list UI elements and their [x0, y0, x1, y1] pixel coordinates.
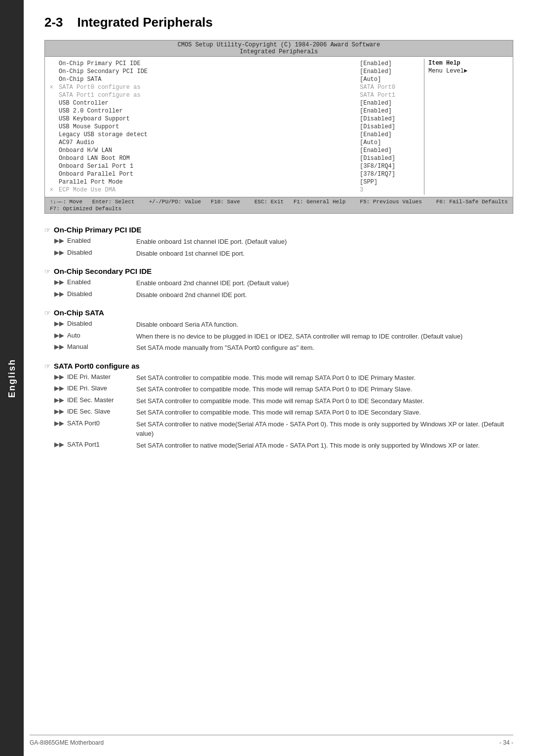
bios-row[interactable]: Onboard H/W LAN[Enabled] — [50, 147, 419, 154]
chapter-title: Integrated Peripherals — [77, 15, 213, 30]
section-header: ☞SATA Port0 configure as — [44, 362, 513, 370]
bios-row-x: x — [50, 84, 58, 91]
bios-header-line1: CMOS Setup Utility-Copyright (C) 1984-20… — [45, 41, 513, 48]
list-item: ▶▶DisabledDisable onboard 2nd channel ID… — [54, 290, 513, 300]
list-item: ▶▶IDE Pri. SlaveSet SATA controller to c… — [54, 384, 513, 394]
bios-row[interactable]: Onboard Parallel Port[378/IRQ7] — [50, 170, 419, 178]
bios-row[interactable]: USB Keyboard Support[Disabled] — [50, 115, 419, 123]
bullet-icon: ▶▶ — [54, 408, 64, 417]
bios-row-x — [50, 139, 58, 146]
bios-row[interactable]: SATA Port1 configure asSATA Port1 — [50, 91, 419, 99]
section-header: ☞On-Chip Primary PCI IDE — [44, 226, 513, 234]
item-desc: Disable onboard Seria ATA function. — [136, 320, 513, 330]
item-desc: Set SATA controller to compatible mode. … — [136, 384, 513, 394]
bullet-icon: ▶▶ — [54, 237, 64, 247]
bullet-icon: ▶▶ — [54, 396, 64, 406]
item-desc: Disable onboard 1st channel IDE port. — [136, 249, 513, 259]
bios-row[interactable]: On-Chip SATA[Auto] — [50, 76, 419, 83]
bullet-icon: ▶▶ — [54, 384, 64, 394]
bios-row-value: [Enabled] — [360, 131, 419, 138]
bios-row-label: Onboard H/W LAN — [58, 147, 360, 154]
bios-row-x — [50, 115, 58, 122]
bios-row[interactable]: USB Mouse Support[Disabled] — [50, 123, 419, 131]
section-header: ☞On-Chip Secondary PCI IDE — [44, 267, 513, 275]
bios-row-value: [Auto] — [360, 76, 419, 83]
bios-row-value: [Enabled] — [360, 60, 419, 67]
sub-items: ▶▶DisabledDisable onboard Seria ATA func… — [54, 320, 513, 353]
section-arrow-icon: ☞ — [44, 362, 51, 370]
bios-row[interactable]: USB Controller[Enabled] — [50, 99, 419, 107]
bios-row-label: Parallel Port Mode — [58, 179, 360, 186]
sub-items: ▶▶IDE Pri. MasterSet SATA controller to … — [54, 373, 513, 451]
list-item: ▶▶DisabledDisable onboard 1st channel ID… — [54, 249, 513, 259]
bios-row-x — [50, 92, 58, 99]
page-footer: GA-8I865GME Motherboard - 34 - — [30, 735, 513, 746]
footer-right: - 34 - — [499, 739, 513, 746]
bios-item-help: Item Help Menu Level► — [424, 59, 513, 195]
bullet-icon: ▶▶ — [54, 373, 64, 383]
bullet-icon: ▶▶ — [54, 290, 64, 300]
sub-items: ▶▶EnabledEnable onboard 2nd channel IDE … — [54, 278, 513, 300]
list-item: ▶▶IDE Sec. MasterSet SATA controller to … — [54, 396, 513, 406]
bios-row-label: SATA Port1 configure as — [58, 92, 360, 99]
bios-row-value: [Disabled] — [360, 123, 419, 130]
page-title: 2-3 Integrated Peripherals — [44, 15, 513, 30]
bios-row-label: ECP Mode Use DMA — [58, 187, 360, 193]
bios-row-value: [Disabled] — [360, 115, 419, 122]
main-content: 2-3 Integrated Peripherals CMOS Setup Ut… — [30, 0, 533, 467]
item-label: SATA Port1 — [67, 441, 136, 451]
list-item: ▶▶IDE Pri. MasterSet SATA controller to … — [54, 373, 513, 383]
bios-row[interactable]: Parallel Port Mode[SPP] — [50, 178, 419, 186]
bios-row-x — [50, 155, 58, 162]
section-header: ☞On-Chip SATA — [44, 308, 513, 317]
bios-row[interactable]: USB 2.0 Controller[Enabled] — [50, 107, 419, 115]
footer-f7: F7: Optimized Defaults — [50, 206, 121, 212]
list-item: ▶▶EnabledEnable onboard 1st channel IDE … — [54, 237, 513, 247]
bullet-icon: ▶▶ — [54, 343, 64, 353]
item-desc: Set SATA mode manually from "SATA Port0 … — [136, 343, 513, 353]
bios-row-label: On-Chip Secondary PCI IDE — [58, 68, 360, 75]
bios-row-x — [50, 100, 58, 107]
sidebar-label: English — [7, 358, 17, 397]
sidebar: English — [0, 0, 24, 756]
bios-row-x — [50, 147, 58, 154]
sub-items: ▶▶EnabledEnable onboard 1st channel IDE … — [54, 237, 513, 258]
bios-row[interactable]: On-Chip Secondary PCI IDE[Enabled] — [50, 68, 419, 76]
item-label: Enabled — [67, 278, 136, 288]
item-label: Manual — [67, 343, 136, 353]
bios-row[interactable]: On-Chip Primary PCI IDE[Enabled] — [50, 60, 419, 68]
bullet-icon: ▶▶ — [54, 278, 64, 288]
bios-row[interactable]: Legacy USB storage detect[Enabled] — [50, 131, 419, 139]
section-title: SATA Port0 configure as — [54, 362, 140, 370]
item-help-menu: Menu Level► — [428, 68, 509, 75]
bios-row-value: [Enabled] — [360, 100, 419, 107]
item-label: IDE Pri. Slave — [67, 384, 136, 394]
bios-row-x — [50, 171, 58, 178]
item-label: SATA Port0 — [67, 419, 136, 439]
bios-row-x — [50, 179, 58, 186]
item-label: Disabled — [67, 290, 136, 300]
item-label: Enabled — [67, 237, 136, 247]
bios-row[interactable]: xECP Mode Use DMA3 — [50, 186, 419, 194]
bios-row[interactable]: Onboard Serial Port 1[3F8/IRQ4] — [50, 162, 419, 170]
bios-header: CMOS Setup Utility-Copyright (C) 1984-20… — [45, 40, 513, 57]
list-item: ▶▶AutoWhen there is no device to be plug… — [54, 332, 513, 341]
bios-row[interactable]: xSATA Port0 configure asSATA Port0 — [50, 83, 419, 91]
bios-row-label: On-Chip Primary PCI IDE — [58, 60, 360, 67]
bios-row-x: x — [50, 187, 58, 193]
section-arrow-icon: ☞ — [44, 226, 51, 234]
bios-row-label: AC97 Audio — [58, 139, 360, 146]
bios-row[interactable]: Onboard LAN Boot ROM[Disabled] — [50, 154, 419, 162]
bios-row-value: SATA Port0 — [360, 84, 419, 91]
bios-row-value: SATA Port1 — [360, 92, 419, 99]
bios-header-line2: Integrated Peripherals — [45, 48, 513, 55]
bios-row[interactable]: AC97 Audio[Auto] — [50, 139, 419, 147]
item-desc: Disable onboard 2nd channel IDE port. — [136, 290, 513, 300]
item-desc: Enable onboard 1st channel IDE port. (De… — [136, 237, 513, 247]
footer-value: +/-/PU/PD: Value F10: Save — [149, 199, 240, 205]
item-label: IDE Sec. Slave — [67, 408, 136, 417]
item-help-title: Item Help — [428, 60, 509, 67]
section-arrow-icon: ☞ — [44, 267, 51, 275]
bios-row-label: On-Chip SATA — [58, 76, 360, 83]
bullet-icon: ▶▶ — [54, 249, 64, 259]
